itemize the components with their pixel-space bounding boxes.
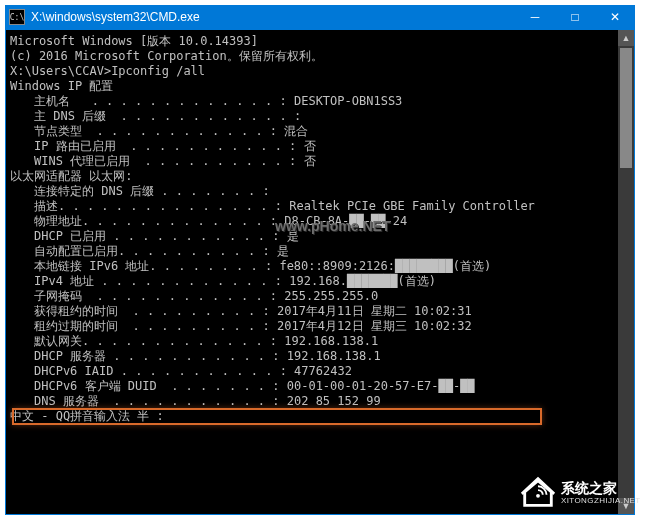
terminal-area: Microsoft Windows [版本 10.0.14393](c) 201… <box>5 29 635 515</box>
config-row: 描述. . . . . . . . . . . . . . . : Realte… <box>10 199 618 214</box>
cmd-app-icon: C:\ <box>9 9 25 25</box>
config-row: 租约过期的时间 . . . . . . . . . : 2017年4月12日 星… <box>10 319 618 334</box>
config-row: IPv4 地址 . . . . . . . . . . . . : 192.16… <box>10 274 618 289</box>
window-title: X:\windows\system32\CMD.exe <box>31 10 515 24</box>
config-row: 自动配置已启用. . . . . . . . . . : 是 <box>10 244 618 259</box>
config-row: 获得租约的时间 . . . . . . . . . : 2017年4月11日 星… <box>10 304 618 319</box>
scroll-up-button[interactable]: ▲ <box>618 30 634 46</box>
scroll-down-button[interactable]: ▼ <box>618 498 634 514</box>
config-row: 主 DNS 后缀 . . . . . . . . . . . . : <box>10 109 618 124</box>
config-row: 默认网关. . . . . . . . . . . . . : 192.168.… <box>10 334 618 349</box>
config-row: 子网掩码 . . . . . . . . . . . . : 255.255.2… <box>10 289 618 304</box>
minimize-button[interactable]: ─ <box>515 5 555 29</box>
maximize-button[interactable]: □ <box>555 5 595 29</box>
close-button[interactable]: ✕ <box>595 5 635 29</box>
config-row: WINS 代理已启用 . . . . . . . . . . : 否 <box>10 154 618 169</box>
vertical-scrollbar[interactable]: ▲ ▼ <box>618 30 634 514</box>
config-row: IP 路由已启用 . . . . . . . . . . . : 否 <box>10 139 618 154</box>
config-row: 节点类型 . . . . . . . . . . . . : 混合 <box>10 124 618 139</box>
config-row: DHCPv6 客户端 DUID . . . . . . . : 00-01-00… <box>10 379 618 394</box>
config-row: 本地链接 IPv6 地址. . . . . . . . : fe80::8909… <box>10 259 618 274</box>
config-row: 连接特定的 DNS 后缀 . . . . . . . : <box>10 184 618 199</box>
config-row: 主机名 . . . . . . . . . . . . . : DESKTOP-… <box>10 94 618 109</box>
config-row: DHCP 服务器 . . . . . . . . . . . : 192.168… <box>10 349 618 364</box>
config-row: DHCPv6 IAID . . . . . . . . . . . : 4776… <box>10 364 618 379</box>
config-row: DNS 服务器 . . . . . . . . . . . : 202 85 1… <box>10 394 618 409</box>
terminal-output[interactable]: Microsoft Windows [版本 10.0.14393](c) 201… <box>6 30 618 514</box>
config-row: DHCP 已启用 . . . . . . . . . . . : 是 <box>10 229 618 244</box>
cmd-window: C:\ X:\windows\system32\CMD.exe ─ □ ✕ Mi… <box>5 5 635 515</box>
titlebar[interactable]: C:\ X:\windows\system32\CMD.exe ─ □ ✕ <box>5 5 635 29</box>
config-row: 物理地址. . . . . . . . . . . . . : D8-CB-8A… <box>10 214 618 229</box>
scroll-thumb[interactable] <box>620 48 632 168</box>
